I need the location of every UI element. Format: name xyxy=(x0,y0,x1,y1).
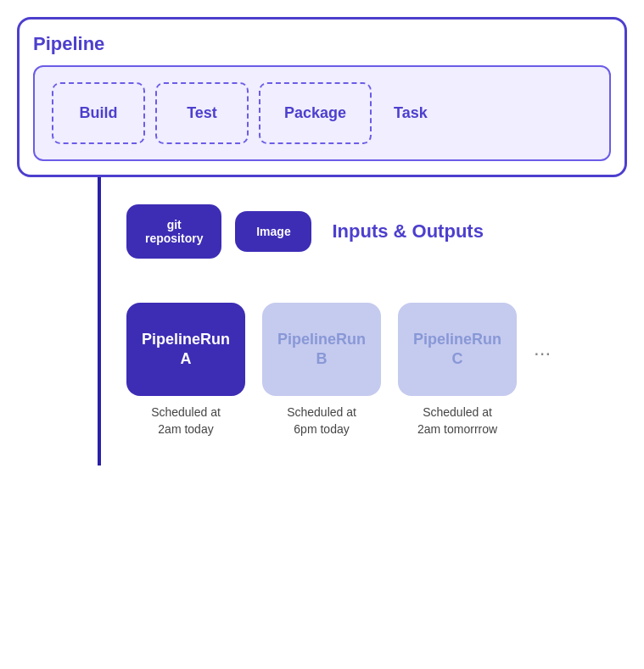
stage-package: Package xyxy=(259,82,372,144)
badge-image: Image xyxy=(235,211,311,252)
pipelineruns-section: PipelineRunA Scheduled at 2am today Pipe… xyxy=(101,286,627,438)
stage-task: Task xyxy=(378,84,443,142)
pipelinerun-box-b[interactable]: PipelineRunB xyxy=(262,303,381,396)
pipelinerun-box-a[interactable]: PipelineRunA xyxy=(126,303,245,396)
pipelinerun-item-c: PipelineRunC Scheduled at 2am tomorrrow xyxy=(398,303,517,438)
page-container: Pipeline Build Test Package Task git rep… xyxy=(17,17,627,466)
pipelinerun-item-a: PipelineRunA Scheduled at 2am today xyxy=(126,303,245,438)
inputs-outputs-section: git repository Image Inputs & Outputs xyxy=(101,177,627,286)
pipeline-title: Pipeline xyxy=(33,33,611,55)
inputs-outputs-label: Inputs & Outputs xyxy=(332,220,483,243)
pipelinerun-item-b: PipelineRunB Scheduled at 6pm today xyxy=(262,303,381,438)
badge-git-repository: git repository xyxy=(126,204,221,259)
pipelinerun-box-c[interactable]: PipelineRunC xyxy=(398,303,517,396)
stage-build: Build xyxy=(52,82,145,144)
pipelinerun-schedule-b: Scheduled at 6pm today xyxy=(287,404,356,438)
stage-test: Test xyxy=(155,82,249,144)
pipeline-inner: Build Test Package Task xyxy=(33,65,611,161)
more-runs-ellipsis: ... xyxy=(534,303,551,360)
pipelinerun-schedule-c: Scheduled at 2am tomorrrow xyxy=(417,404,497,438)
right-content: git repository Image Inputs & Outputs Pi… xyxy=(101,177,627,466)
pipeline-box: Pipeline Build Test Package Task xyxy=(17,17,627,177)
pipelinerun-schedule-a: Scheduled at 2am today xyxy=(151,404,221,438)
connector-section: git repository Image Inputs & Outputs Pi… xyxy=(17,177,627,466)
